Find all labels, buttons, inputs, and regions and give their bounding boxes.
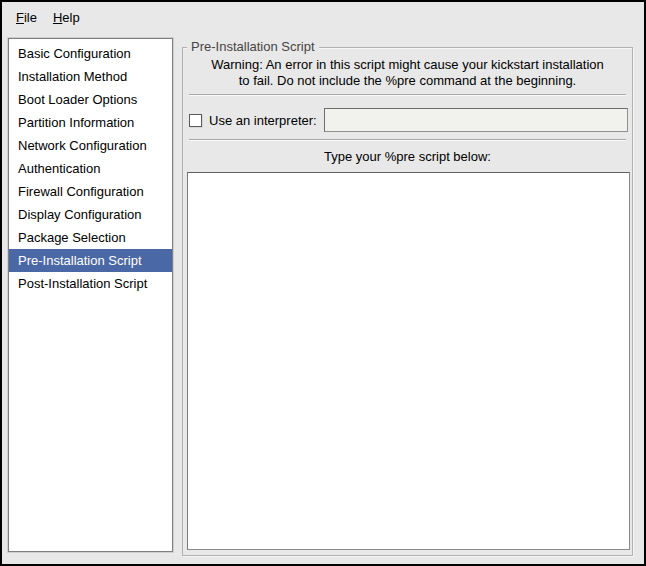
- menu-help-label: elp: [62, 10, 79, 25]
- pre-installation-script-frame: Pre-Installation Script Warning: An erro…: [182, 47, 633, 556]
- menubar: File Help: [2, 2, 644, 32]
- menu-file-label: ile: [24, 10, 37, 25]
- menu-help-mnemonic: H: [53, 10, 62, 25]
- use-interpreter-checkbox[interactable]: [189, 114, 202, 127]
- warning-line-2: to fail. Do not include the %pre command…: [191, 73, 624, 89]
- sidebar-item-firewall-configuration[interactable]: Firewall Configuration: [9, 180, 172, 203]
- menu-file[interactable]: File: [8, 6, 45, 29]
- pre-script-textarea[interactable]: [187, 172, 630, 550]
- menu-help[interactable]: Help: [45, 6, 88, 29]
- frame-title: Pre-Installation Script: [187, 39, 319, 54]
- sidebar-item-authentication[interactable]: Authentication: [9, 157, 172, 180]
- sidebar-item-display-configuration[interactable]: Display Configuration: [9, 203, 172, 226]
- pre-script-label: Type your %pre script below:: [183, 148, 632, 166]
- sidebar-item-partition-information[interactable]: Partition Information: [9, 111, 172, 134]
- interpreter-row: Use an interpreter:: [189, 107, 628, 133]
- warning-line-1: Warning: An error in this script might c…: [191, 57, 624, 73]
- use-interpreter-label: Use an interpreter:: [209, 113, 322, 128]
- sidebar-item-pre-installation-script[interactable]: Pre-Installation Script: [9, 249, 172, 272]
- warning-text: Warning: An error in this script might c…: [191, 57, 624, 89]
- sidebar-item-basic-configuration[interactable]: Basic Configuration: [9, 42, 172, 65]
- sidebar-item-network-configuration[interactable]: Network Configuration: [9, 134, 172, 157]
- use-interpreter-toggle[interactable]: Use an interpreter:: [189, 113, 322, 128]
- menu-file-mnemonic: F: [16, 10, 24, 25]
- sidebar-item-package-selection[interactable]: Package Selection: [9, 226, 172, 249]
- sidebar-item-installation-method[interactable]: Installation Method: [9, 65, 172, 88]
- separator: [189, 94, 626, 96]
- separator: [189, 139, 626, 141]
- kickstart-configurator-window: File Help Basic Configuration Installati…: [0, 0, 646, 566]
- sidebar-item-post-installation-script[interactable]: Post-Installation Script: [9, 272, 172, 295]
- interpreter-input[interactable]: [324, 108, 628, 132]
- category-list: Basic Configuration Installation Method …: [8, 38, 173, 552]
- sidebar-item-boot-loader-options[interactable]: Boot Loader Options: [9, 88, 172, 111]
